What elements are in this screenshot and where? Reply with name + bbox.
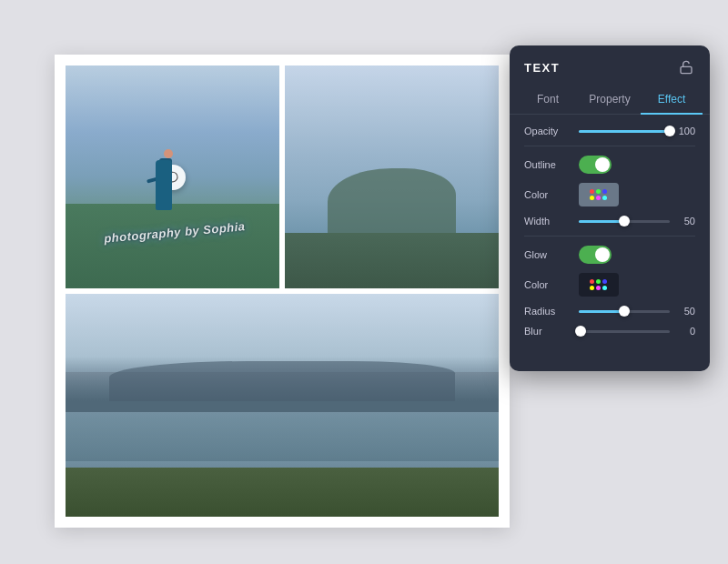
panel-header: TEXT — [510, 45, 710, 86]
rotate-handle[interactable] — [160, 165, 186, 190]
outline-color-row: Color — [524, 183, 695, 206]
divider-1 — [524, 146, 695, 146]
svg-rect-0 — [681, 66, 692, 73]
divider-2 — [524, 236, 695, 237]
photo-grid: photography by Sophia — [66, 65, 499, 517]
outline-width-slider[interactable]: 50 — [579, 216, 695, 227]
opacity-slider-fill — [579, 130, 670, 133]
glow-dot-red — [590, 279, 594, 284]
dot-magenta — [596, 196, 601, 200]
photo-collage: photography by Sophia — [55, 55, 510, 528]
opacity-slider-thumb[interactable] — [664, 126, 675, 136]
canvas-area: photography by Sophia — [9, 18, 719, 546]
opacity-label: Opacity — [524, 126, 571, 136]
toggle-check-icon: ✓ — [601, 160, 608, 169]
glow-dot-cyan — [602, 286, 607, 290]
glow-blur-row: Blur 0 — [524, 326, 695, 337]
effect-panel-content: Opacity 100 Outline ✓ Color — [510, 115, 710, 357]
glow-radius-thumb[interactable] — [619, 306, 630, 317]
lock-icon[interactable] — [677, 58, 695, 76]
outline-width-label: Width — [524, 216, 571, 227]
outline-toggle[interactable]: ✓ — [579, 156, 612, 174]
glow-radius-fill — [579, 310, 624, 313]
outline-toggle-row: Outline ✓ — [524, 156, 695, 174]
tab-font[interactable]: Font — [517, 86, 579, 115]
panel-tabs: Font Property Effect — [510, 86, 710, 115]
glow-toggle-row: Glow ✓ — [524, 246, 695, 264]
outline-width-track[interactable] — [579, 220, 670, 223]
opacity-value: 100 — [675, 126, 695, 136]
dot-red — [590, 189, 594, 194]
glow-toggle[interactable]: ✓ — [579, 246, 612, 264]
outline-color-label: Color — [524, 189, 571, 200]
glow-blur-thumb[interactable] — [575, 326, 586, 337]
glow-dot-blue — [602, 279, 607, 284]
glow-color-label: Color — [524, 279, 571, 290]
glow-dot-green — [596, 279, 601, 284]
glow-blur-label: Blur — [524, 326, 571, 337]
glow-dot-magenta — [596, 286, 601, 290]
photo-cell-landscape[interactable] — [66, 294, 499, 517]
glow-blur-track[interactable] — [579, 330, 670, 333]
glow-radius-row: Radius 50 — [524, 306, 695, 317]
glow-label: Glow — [524, 249, 571, 260]
dot-blue — [602, 189, 607, 194]
glow-toggle-check-icon: ✓ — [601, 250, 608, 259]
dot-green — [596, 189, 601, 194]
outline-color-swatch[interactable] — [579, 183, 619, 206]
glow-color-dots — [590, 279, 608, 291]
opacity-slider-wrap[interactable]: 100 — [579, 126, 695, 136]
panel-title: TEXT — [524, 61, 560, 75]
text-panel: TEXT Font Property Effect Opacity — [510, 45, 710, 371]
glow-dot-yellow — [590, 286, 594, 290]
glow-radius-slider[interactable]: 50 — [579, 306, 695, 317]
glow-blur-value: 0 — [675, 326, 695, 337]
dot-cyan — [602, 196, 607, 200]
color-dots — [590, 189, 608, 201]
glow-radius-track[interactable] — [579, 310, 670, 313]
outline-width-value: 50 — [675, 216, 695, 227]
opacity-row: Opacity 100 — [524, 126, 695, 136]
photo-cell-person[interactable]: photography by Sophia — [66, 65, 279, 288]
opacity-slider-track[interactable] — [579, 130, 670, 133]
glow-radius-value: 50 — [675, 306, 695, 317]
dot-yellow — [590, 196, 594, 200]
tab-effect[interactable]: Effect — [641, 86, 703, 115]
glow-color-row: Color — [524, 273, 695, 297]
photo-cell-coast[interactable] — [285, 65, 499, 288]
glow-blur-slider[interactable]: 0 — [579, 326, 695, 337]
outline-width-row: Width 50 — [524, 216, 695, 227]
outline-width-thumb[interactable] — [619, 216, 630, 227]
glow-radius-label: Radius — [524, 306, 571, 317]
tab-property[interactable]: Property — [579, 86, 641, 115]
glow-color-swatch[interactable] — [579, 273, 619, 297]
outline-label: Outline — [524, 159, 571, 170]
outline-width-fill — [579, 220, 624, 223]
